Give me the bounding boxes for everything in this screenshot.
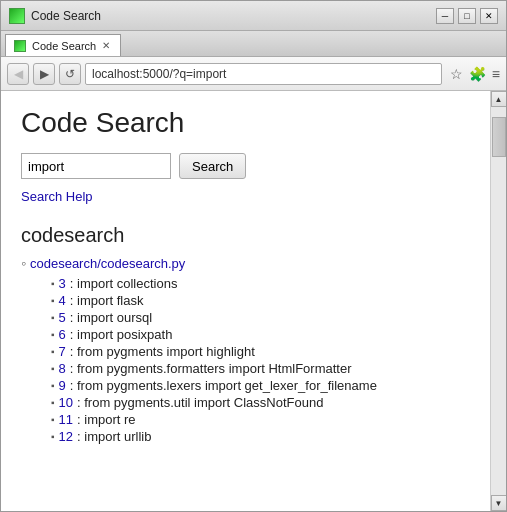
nav-icons: ☆ 🧩 ≡ [450, 66, 500, 82]
nav-bar: ◀ ▶ ↺ localhost:5000/?q=import ☆ 🧩 ≡ [1, 57, 506, 91]
scroll-up-button[interactable]: ▲ [491, 91, 507, 107]
line-number-link[interactable]: 3 [59, 276, 66, 291]
line-text: : import oursql [70, 310, 152, 325]
tab-favicon [14, 40, 26, 52]
search-help-link[interactable]: Search Help [21, 189, 93, 204]
address-text: localhost:5000/?q=import [92, 67, 226, 81]
line-text: : import posixpath [70, 327, 173, 342]
line-number-link[interactable]: 10 [59, 395, 73, 410]
list-item: 4: import flask [51, 292, 470, 309]
search-input[interactable] [21, 153, 171, 179]
line-number-link[interactable]: 6 [59, 327, 66, 342]
app-icon [9, 8, 25, 24]
browser-window: Code Search ─ □ ✕ Code Search ✕ ◀ ▶ ↺ lo… [0, 0, 507, 512]
tab-close-button[interactable]: ✕ [102, 40, 110, 51]
address-bar[interactable]: localhost:5000/?q=import [85, 63, 442, 85]
line-text: : import collections [70, 276, 178, 291]
list-item: 8: from pygments.formatters import HtmlF… [51, 360, 470, 377]
bookmark-icon[interactable]: ☆ [450, 66, 463, 82]
page-content: Code Search Search Search Help codesearc… [1, 91, 490, 511]
line-number-link[interactable]: 9 [59, 378, 66, 393]
tab-label: Code Search [32, 40, 96, 52]
refresh-button[interactable]: ↺ [59, 63, 81, 85]
line-number-link[interactable]: 11 [59, 412, 73, 427]
line-number-link[interactable]: 4 [59, 293, 66, 308]
search-form: Search [21, 153, 470, 179]
forward-button[interactable]: ▶ [33, 63, 55, 85]
line-text: : from pygments.formatters import HtmlFo… [70, 361, 352, 376]
section-title: codesearch [21, 224, 470, 247]
scrollbar: ▲ ▼ [490, 91, 506, 511]
line-number-link[interactable]: 7 [59, 344, 66, 359]
list-item: 3: import collections [51, 275, 470, 292]
line-number-link[interactable]: 12 [59, 429, 73, 444]
line-text: : from pygments.lexers import get_lexer_… [70, 378, 377, 393]
list-item: 7: from pygments import highlight [51, 343, 470, 360]
title-bar: Code Search ─ □ ✕ [1, 1, 506, 31]
page-area: Code Search Search Search Help codesearc… [1, 91, 506, 511]
file-link[interactable]: codesearch/codesearch.py [21, 255, 470, 271]
minimize-button[interactable]: ─ [436, 8, 454, 24]
scrollbar-track[interactable] [491, 107, 506, 495]
list-item: 11: import re [51, 411, 470, 428]
line-number-link[interactable]: 5 [59, 310, 66, 325]
menu-icon[interactable]: ≡ [492, 66, 500, 82]
list-item: 6: import posixpath [51, 326, 470, 343]
list-item: 12: import urllib [51, 428, 470, 445]
line-text: : import re [77, 412, 136, 427]
window-controls: ─ □ ✕ [436, 8, 498, 24]
maximize-button[interactable]: □ [458, 8, 476, 24]
active-tab[interactable]: Code Search ✕ [5, 34, 121, 56]
line-text: : import urllib [77, 429, 151, 444]
page-title: Code Search [21, 107, 470, 139]
line-number-link[interactable]: 8 [59, 361, 66, 376]
tab-bar: Code Search ✕ [1, 31, 506, 57]
line-text: : from pygments.util import ClassNotFoun… [77, 395, 323, 410]
close-button[interactable]: ✕ [480, 8, 498, 24]
back-button[interactable]: ◀ [7, 63, 29, 85]
line-text: : import flask [70, 293, 144, 308]
extension-icon[interactable]: 🧩 [469, 66, 486, 82]
list-item: 9: from pygments.lexers import get_lexer… [51, 377, 470, 394]
scroll-down-button[interactable]: ▼ [491, 495, 507, 511]
search-button[interactable]: Search [179, 153, 246, 179]
line-text: : from pygments import highlight [70, 344, 255, 359]
list-item: 5: import oursql [51, 309, 470, 326]
window-title: Code Search [31, 9, 436, 23]
scrollbar-thumb[interactable] [492, 117, 506, 157]
results-list: 3: import collections4: import flask5: i… [51, 275, 470, 445]
list-item: 10: from pygments.util import ClassNotFo… [51, 394, 470, 411]
